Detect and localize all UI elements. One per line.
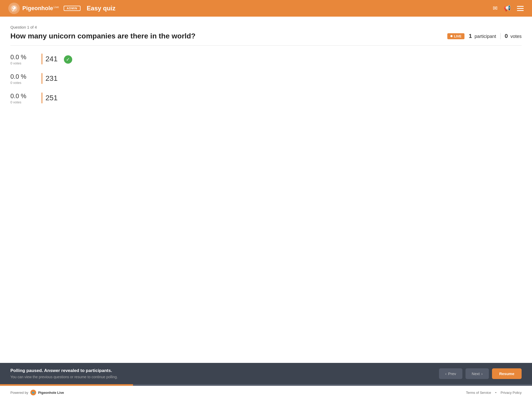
logo-icon <box>8 3 20 14</box>
broadcast-icon[interactable]: 📢 <box>504 5 511 12</box>
participants-count: 1 <box>469 33 472 39</box>
bar-line <box>42 92 42 103</box>
prev-label: Prev <box>448 371 456 376</box>
resume-button[interactable]: Resume <box>492 368 522 379</box>
bar-container: 241 ✓ <box>42 54 72 64</box>
footer-bar: Polling paused. Answer revealed to parti… <box>0 363 532 386</box>
logo-area: PigeonholeLive ADMIN <box>8 3 81 14</box>
option-stats: 0.0 % 0 votes <box>10 73 42 85</box>
question-meta: Question 1 of 4 <box>10 25 522 29</box>
terms-link[interactable]: Terms of Service <box>466 391 491 395</box>
option-percent: 0.0 % <box>10 92 42 100</box>
next-label: Next <box>472 371 480 376</box>
footer-title: Polling paused. Answer revealed to parti… <box>10 368 434 373</box>
option-stats: 0.0 % 0 votes <box>10 92 42 104</box>
option-stats: 0.0 % 0 votes <box>10 54 42 65</box>
question-stats: LIVE 1 participant 0 votes <box>447 33 522 39</box>
footer-content: Polling paused. Answer revealed to parti… <box>0 363 532 384</box>
live-label: LIVE <box>454 34 461 38</box>
logo-text: PigeonholeLive <box>22 5 59 12</box>
svg-point-1 <box>12 6 16 9</box>
menu-icon[interactable] <box>517 6 524 11</box>
option-votes: 0 votes <box>10 100 42 104</box>
votes-stat: 0 votes <box>505 33 522 39</box>
admin-badge: ADMIN <box>64 6 81 11</box>
mail-icon[interactable]: ✉ <box>493 5 497 12</box>
powered-by-text: Powered by <box>10 391 28 395</box>
header-icons: ✉ 📢 <box>493 5 524 12</box>
footer-subtitle: You can view the previous questions or r… <box>10 375 434 379</box>
bar-container: 231 <box>42 73 58 84</box>
participants-stat: 1 participant <box>469 33 496 39</box>
logo-live-text: Live <box>54 5 59 9</box>
option-label: 241 <box>45 55 58 63</box>
footer-message: Polling paused. Answer revealed to parti… <box>10 368 434 379</box>
prev-button[interactable]: ‹ Prev <box>439 368 462 379</box>
bar-container: 251 <box>42 92 58 103</box>
option-percent: 0.0 % <box>10 73 42 80</box>
options-list: 0.0 % 0 votes 241 ✓ 0.0 % 0 votes 231 0.… <box>10 54 522 104</box>
next-chevron-icon: › <box>481 371 483 376</box>
option-votes: 0 votes <box>10 81 42 85</box>
votes-count: 0 <box>505 33 508 39</box>
powered-by: Powered by 🐦 Pigeonhole Live <box>10 390 64 395</box>
option-item: 0.0 % 0 votes 251 <box>10 92 522 104</box>
bottom-footer: Powered by 🐦 Pigeonhole Live Terms of Se… <box>0 386 532 399</box>
header-title: Easy quiz <box>87 5 493 12</box>
stat-divider <box>500 33 501 39</box>
bar-line <box>42 54 42 64</box>
footer-links: Terms of Service • Privacy Policy <box>466 391 522 395</box>
question-text: How many unicorn companies are there in … <box>10 32 196 40</box>
next-button[interactable]: Next › <box>466 368 489 379</box>
powered-brand: Pigeonhole Live <box>38 391 64 395</box>
privacy-link[interactable]: Privacy Policy <box>501 391 522 395</box>
votes-label: votes <box>510 34 522 39</box>
live-badge: LIVE <box>447 33 464 39</box>
main-content: Question 1 of 4 How many unicorn compani… <box>0 17 532 363</box>
powered-logo-icon: 🐦 <box>30 390 36 395</box>
footer-buttons: ‹ Prev Next › Resume <box>439 368 522 379</box>
option-item: 0.0 % 0 votes 241 ✓ <box>10 54 522 65</box>
question-header: How many unicorn companies are there in … <box>10 32 522 40</box>
content-divider <box>10 45 522 46</box>
option-label: 231 <box>45 75 58 82</box>
correct-icon: ✓ <box>64 55 72 64</box>
app-header: PigeonholeLive ADMIN Easy quiz ✉ 📢 <box>0 0 532 17</box>
svg-point-2 <box>13 7 14 8</box>
bar-line <box>42 73 42 84</box>
prev-chevron-icon: ‹ <box>445 371 447 376</box>
option-percent: 0.0 % <box>10 54 42 61</box>
option-item: 0.0 % 0 votes 231 <box>10 73 522 85</box>
option-label: 251 <box>45 94 58 102</box>
live-dot <box>450 35 453 37</box>
participants-label: participant <box>475 34 496 39</box>
option-votes: 0 votes <box>10 61 42 65</box>
link-separator: • <box>495 391 497 395</box>
